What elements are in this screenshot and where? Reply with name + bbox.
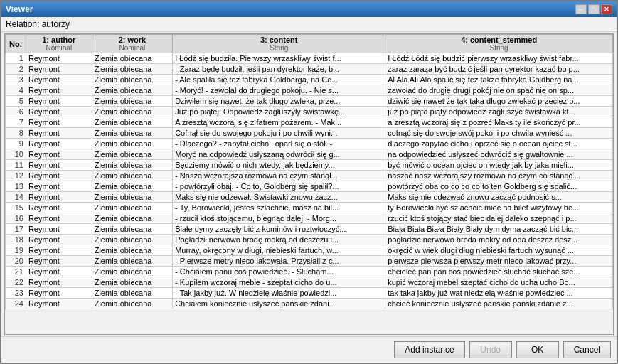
cell-no: 17 xyxy=(6,224,26,235)
cell-work: Ziemia obiecana xyxy=(92,128,172,139)
cell-no: 7 xyxy=(6,117,26,128)
maximize-button[interactable]: □ xyxy=(588,4,600,14)
col-header-content: 3: content String xyxy=(173,35,385,53)
cell-content_stemmed: cofnąć się do swoje swój pokój i po chwi… xyxy=(385,128,613,139)
cell-work: Ziemia obiecana xyxy=(92,75,172,85)
cell-author: Reymont xyxy=(26,245,92,256)
table-row[interactable]: 12ReymontZiemia obiecana- Nasza wczorajs… xyxy=(6,171,613,181)
table-row[interactable]: 2ReymontZiemia obiecana- Zaraz będę budz… xyxy=(6,64,613,75)
cell-author: Reymont xyxy=(26,128,92,139)
table-row[interactable]: 15ReymontZiemia obiecana- Ty, Borowiecki… xyxy=(6,203,613,213)
table-row[interactable]: 8ReymontZiemia obiecanaCofnął się do swo… xyxy=(6,128,613,139)
cell-no: 23 xyxy=(6,288,26,299)
cell-work: Ziemia obiecana xyxy=(92,203,172,213)
cell-content_stemmed: powtórzyć oba co co co co to ten Goldber… xyxy=(385,181,613,192)
table-row[interactable]: 6ReymontZiemia obiecanaJuż po piątej. Od… xyxy=(6,107,613,117)
cell-content: Murray, okręcony w długi, niebieski fart… xyxy=(173,245,385,256)
cell-no: 14 xyxy=(6,192,26,203)
table-row[interactable]: 18ReymontZiemia obiecanaPogładził nerwow… xyxy=(6,235,613,245)
cell-work: Ziemia obiecana xyxy=(92,96,172,107)
cell-no: 10 xyxy=(6,149,26,160)
cell-author: Reymont xyxy=(26,203,92,213)
cell-no: 20 xyxy=(6,256,26,267)
table-row[interactable]: 24ReymontZiemia obiecanaChciałem koniecz… xyxy=(6,299,613,309)
cell-author: Reymont xyxy=(26,171,92,181)
cell-no: 5 xyxy=(6,96,26,107)
table-row[interactable]: 17ReymontZiemia obiecanaBiałe dymy zaczę… xyxy=(6,224,613,235)
cell-content: Białe dymy zaczęły bić z kominów i roztw… xyxy=(173,224,385,235)
cell-content_stemmed: chcieleć pan pan coś powiedzieć słuchać … xyxy=(385,267,613,277)
cell-no: 3 xyxy=(6,75,26,85)
cell-work: Ziemia obiecana xyxy=(92,267,172,277)
table-row[interactable]: 22ReymontZiemia obiecana- Kupiłem wczora… xyxy=(6,277,613,288)
cell-content: Pogładził nerwowo brodę mokrą od deszczu… xyxy=(173,235,385,245)
table-row[interactable]: 21ReymontZiemia obiecana- Chciałem panu … xyxy=(6,267,613,277)
close-icon: ✕ xyxy=(604,6,609,13)
table-row[interactable]: 13ReymontZiemia obiecana- powtórzyłi oba… xyxy=(6,181,613,192)
table-row[interactable]: 16ReymontZiemia obiecana- rzucił ktoś st… xyxy=(6,213,613,224)
col-header-author: 1: author Nominal xyxy=(26,35,92,53)
cell-content: Chciałem koniecznie usłyszeć pańskie zda… xyxy=(173,299,385,309)
table-scroll[interactable]: No. 1: author Nominal 2: work Nominal 3:… xyxy=(5,34,613,334)
relation-bar: Relation: autorzy xyxy=(1,17,617,32)
cell-content: Maks się nie odzewał. Świstawki znowu za… xyxy=(173,192,385,203)
cell-author: Reymont xyxy=(26,160,92,171)
cancel-button[interactable]: Cancel xyxy=(563,341,611,358)
cell-no: 15 xyxy=(6,203,26,213)
maximize-icon: □ xyxy=(592,6,595,13)
cell-work: Ziemia obiecana xyxy=(92,117,172,128)
cell-content: - Zaraz będę budził, jeśli pan dyrektor … xyxy=(173,64,385,75)
cell-work: Ziemia obiecana xyxy=(92,192,172,203)
table-row[interactable]: 4ReymontZiemia obiecana- Moryć! - zawoła… xyxy=(6,85,613,96)
cell-content: - Kupiłem wczoraj meble - szeptat cicho … xyxy=(173,277,385,288)
cell-content_stemmed: a zresztą wczoraj się z pozreć Maks ty i… xyxy=(385,117,613,128)
cell-work: Ziemia obiecana xyxy=(92,277,172,288)
table-row[interactable]: 11ReymontZiemia obiecanaBędziemy mówić o… xyxy=(6,160,613,171)
cell-content_stemmed: Maks się nie odezwać znowu zacząć podnos… xyxy=(385,192,613,203)
cell-work: Ziemia obiecana xyxy=(92,85,172,96)
cell-content_stemmed: dlaczego zapytać cicho i oprzeć się o oc… xyxy=(385,139,613,149)
cell-content_stemmed: zaraz zaraza być budzić jeśli pan dyrekt… xyxy=(385,64,613,75)
table-row[interactable]: 7ReymontZiemia obiecanaA zresztą wczoraj… xyxy=(6,117,613,128)
cell-content_stemmed: kupić wczoraj mebel szeptać cicho do uch… xyxy=(385,277,613,288)
table-row[interactable]: 23ReymontZiemia obiecana- Tak jakby już.… xyxy=(6,288,613,299)
cell-work: Ziemia obiecana xyxy=(92,171,172,181)
ok-button[interactable]: OK xyxy=(516,341,559,358)
cell-content_stemmed: okręcić w wiek długi dług niebieski fart… xyxy=(385,245,613,256)
table-row[interactable]: 5ReymontZiemia obiecanaDziwiłem się nawe… xyxy=(6,96,613,107)
cell-no: 2 xyxy=(6,64,26,75)
cell-no: 1 xyxy=(6,53,26,64)
col-header-content-stemmed: 4: content_stemmed String xyxy=(385,35,613,53)
table-row[interactable]: 1ReymontZiemia obiecanaI Łódź się budził… xyxy=(6,53,613,64)
cell-work: Ziemia obiecana xyxy=(92,64,172,75)
add-instance-button[interactable]: Add instance xyxy=(394,341,464,358)
table-row[interactable]: 9ReymontZiemia obiecana- Dlaczego? - zap… xyxy=(6,139,613,149)
cell-content: - Chciałem panu coś powiedzieć. - Słucha… xyxy=(173,267,385,277)
cell-content: Moryć na odpowiedź usłyszaną odwrócił si… xyxy=(173,149,385,160)
cell-content_stemmed: na odpowiedzieć usłyszeć odwrócić się gw… xyxy=(385,149,613,160)
table-row[interactable]: 19ReymontZiemia obiecanaMurray, okręcony… xyxy=(6,245,613,256)
cell-content_stemmed: być mówić o ocean ojciec on wtedy jak by… xyxy=(385,160,613,171)
cell-content: - Moryć! - zawołał do drugiego pokoju. -… xyxy=(173,85,385,96)
table-row[interactable]: 14ReymontZiemia obiecanaMaks się nie odz… xyxy=(6,192,613,203)
cell-work: Ziemia obiecana xyxy=(92,160,172,171)
table-row[interactable]: 10ReymontZiemia obiecanaMoryć na odpowie… xyxy=(6,149,613,160)
cell-author: Reymont xyxy=(26,96,92,107)
data-table-container: No. 1: author Nominal 2: work Nominal 3:… xyxy=(4,33,614,335)
cell-content_stemmed: rzucić ktoś stojący stać biec dalej dale… xyxy=(385,213,613,224)
table-row[interactable]: 20ReymontZiemia obiecana- Pierwsze metry… xyxy=(6,256,613,267)
undo-button[interactable]: Undo xyxy=(469,341,512,358)
cell-no: 13 xyxy=(6,181,26,192)
cell-author: Reymont xyxy=(26,139,92,149)
cell-work: Ziemia obiecana xyxy=(92,181,172,192)
minimize-button[interactable]: ─ xyxy=(575,4,587,14)
close-button[interactable]: ✕ xyxy=(601,4,612,14)
cell-no: 11 xyxy=(6,160,26,171)
table-header: No. 1: author Nominal 2: work Nominal 3:… xyxy=(6,35,613,53)
cell-work: Ziemia obiecana xyxy=(92,299,172,309)
cell-content_stemmed: pierwsze pierwsza pierwszy metr nieco la… xyxy=(385,256,613,267)
cell-content_stemmed: zawołać do drugie drugi pokój nie on spa… xyxy=(385,85,613,96)
cell-work: Ziemia obiecana xyxy=(92,256,172,267)
col-header-no: No. xyxy=(6,35,26,53)
table-row[interactable]: 3ReymontZiemia obiecana- Ale spaliła się… xyxy=(6,75,613,85)
